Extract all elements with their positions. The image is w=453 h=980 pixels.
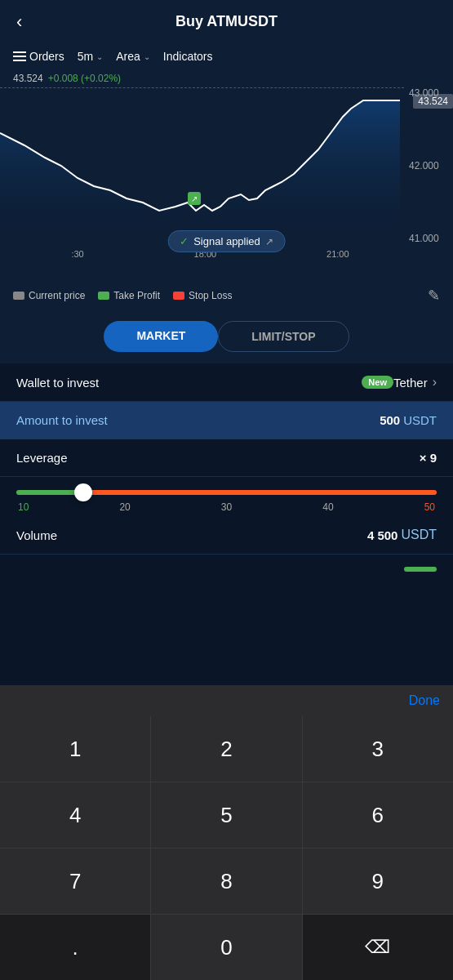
key-6[interactable]: 6 — [303, 782, 453, 848]
limit-stop-tab[interactable]: LIMIT/STOP — [218, 321, 349, 352]
amount-label: Amount to invest — [16, 413, 380, 427]
back-button[interactable]: ‹ — [16, 11, 22, 33]
keyboard-area: Done 1 2 3 4 5 6 7 8 9 . 0 ⌫ — [0, 685, 453, 980]
chart-container: 43.524 +0.008 (+0.02%) 43.524 ↗ 43.000 — [0, 69, 453, 282]
wallet-row[interactable]: Wallet to invest New Tether › — [0, 363, 453, 402]
legend-loss-dot — [173, 292, 184, 300]
slider-label-40: 40 — [322, 501, 333, 513]
keyboard-grid: 1 2 3 4 5 6 7 8 9 . 0 ⌫ — [0, 716, 453, 980]
leverage-value: × 9 — [420, 451, 437, 465]
timeframe-button[interactable]: 5m ⌄ — [78, 50, 103, 63]
price-label-42: 42.000 — [409, 160, 448, 172]
key-0[interactable]: 0 — [151, 915, 301, 980]
wallet-arrow-icon: › — [433, 375, 437, 390]
volume-value: 4 500 — [367, 528, 398, 542]
time-label-end: 21:00 — [326, 249, 349, 259]
legend-current-label: Current price — [29, 290, 85, 301]
key-delete[interactable]: ⌫ — [303, 915, 453, 980]
chart-svg: ↗ 43.000 42.000 41.000 — [0, 84, 453, 247]
legend-current-dot — [13, 292, 24, 300]
timeframe-label: 5m — [78, 50, 93, 63]
key-9[interactable]: 9 — [303, 849, 453, 914]
key-5[interactable]: 5 — [151, 782, 301, 848]
slider-label-30: 30 — [221, 501, 232, 513]
price-label-43: 43.000 — [409, 87, 448, 99]
leverage-slider-track[interactable] — [16, 490, 437, 495]
legend-loss-label: Stop Loss — [189, 290, 232, 301]
slider-label-50: 50 — [424, 501, 435, 513]
partial-row — [0, 555, 453, 584]
amount-row[interactable]: Amount to invest 500 USDT — [0, 402, 453, 439]
volume-label: Volume — [16, 528, 367, 542]
chart-toolbar: Orders 5m ⌄ Area ⌄ Indicators — [0, 43, 453, 69]
leverage-slider-container[interactable]: 10 20 30 40 50 — [0, 477, 453, 516]
wallet-label: Wallet to invest — [16, 376, 355, 390]
timeframe-chevron-icon: ⌄ — [96, 52, 103, 61]
legend-current: Current price — [13, 290, 85, 301]
legend-loss: Stop Loss — [173, 290, 232, 301]
signal-label: Signal applied — [193, 235, 260, 247]
chart-price-labels: 43.000 42.000 41.000 — [404, 84, 453, 247]
area-label: Area — [116, 50, 140, 63]
leverage-label: Leverage — [16, 451, 420, 465]
key-8[interactable]: 8 — [151, 849, 301, 914]
key-2[interactable]: 2 — [151, 716, 301, 782]
area-chevron-icon: ⌄ — [144, 52, 150, 61]
partial-indicator — [404, 567, 437, 572]
chart-legend: Current price Take Profit Stop Loss ✎ — [0, 282, 453, 310]
indicators-label: Indicators — [163, 50, 213, 63]
leverage-slider-thumb[interactable] — [74, 483, 92, 501]
wallet-value[interactable]: Tether › — [393, 375, 437, 390]
slider-label-10: 10 — [18, 501, 29, 513]
key-3[interactable]: 3 — [303, 716, 453, 782]
signal-badge[interactable]: ✓ Signal applied ↗ — [167, 230, 286, 252]
done-button[interactable]: Done — [409, 693, 440, 708]
price-label-41: 41.000 — [409, 233, 448, 244]
market-tab[interactable]: MARKET — [104, 321, 218, 352]
indicators-button[interactable]: Indicators — [163, 50, 213, 63]
volume-row: Volume 4 500 USDT — [0, 516, 453, 555]
legend-profit: Take Profit — [98, 290, 160, 301]
svg-text:↗: ↗ — [191, 194, 198, 203]
edit-icon[interactable]: ✎ — [428, 287, 440, 305]
orders-button[interactable]: Orders — [13, 50, 64, 63]
leverage-row[interactable]: Leverage × 9 — [0, 439, 453, 477]
partial-content — [16, 563, 20, 576]
chart-current-price: 43.524 — [13, 73, 43, 84]
signal-arrow-icon: ↗ — [265, 236, 273, 247]
order-tabs: MARKET LIMIT/STOP — [0, 310, 453, 363]
orders-label: Orders — [29, 50, 64, 63]
amount-value: 500 — [380, 413, 400, 427]
slider-label-20: 20 — [119, 501, 130, 513]
delete-icon: ⌫ — [365, 937, 390, 958]
volume-unit: USDT — [401, 528, 437, 542]
signal-check-icon: ✓ — [180, 235, 189, 247]
amount-unit: USDT — [403, 413, 437, 427]
key-1[interactable]: 1 — [0, 716, 150, 782]
legend-profit-dot — [98, 292, 109, 300]
legend-profit-label: Take Profit — [113, 290, 160, 301]
area-button[interactable]: Area ⌄ — [116, 50, 150, 63]
keyboard-done-bar: Done — [0, 685, 453, 716]
form-section: Wallet to invest New Tether › Amount to … — [0, 363, 453, 584]
key-7[interactable]: 7 — [0, 849, 150, 914]
key-dot[interactable]: . — [0, 915, 150, 980]
chart-price-change: +0.008 (+0.02%) — [48, 73, 121, 84]
wallet-currency: Tether — [393, 376, 428, 390]
slider-labels: 10 20 30 40 50 — [16, 501, 437, 513]
page-title: Buy ATMUSDT — [175, 13, 278, 30]
orders-icon — [13, 51, 26, 61]
header: ‹ Buy ATMUSDT — [0, 0, 453, 43]
new-badge: New — [362, 376, 393, 389]
time-label-start: :30 — [71, 249, 83, 259]
key-4[interactable]: 4 — [0, 782, 150, 848]
